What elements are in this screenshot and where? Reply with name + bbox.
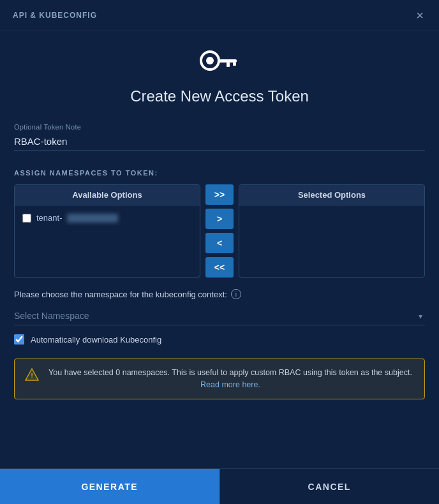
svg-rect-2 bbox=[218, 59, 237, 63]
namespace-checkbox[interactable] bbox=[22, 214, 31, 223]
warning-box: ! You have selected 0 namespaces. This i… bbox=[14, 359, 425, 399]
namespace-select-wrapper: Select Namespace ▾ bbox=[14, 307, 425, 325]
namespace-select[interactable]: Select Namespace bbox=[14, 307, 425, 325]
selected-options-box: Selected Options bbox=[239, 184, 425, 278]
svg-text:!: ! bbox=[31, 372, 33, 380]
kubeconfig-context-section: Please choose the namespace for the kube… bbox=[14, 289, 425, 345]
modal-footer: GENERATE CANCEL bbox=[0, 468, 439, 504]
key-icon bbox=[197, 47, 242, 77]
move-left-button[interactable]: < bbox=[205, 233, 234, 253]
namespace-label: tenant- bbox=[36, 213, 62, 223]
svg-point-1 bbox=[206, 57, 214, 64]
auto-download-row: Automatically download Kubeconfig bbox=[14, 334, 425, 345]
namespace-section-label: ASSIGN NAMESPACES TO TOKEN: bbox=[14, 169, 425, 177]
warning-text: You have selected 0 namespaces. This is … bbox=[47, 367, 414, 391]
namespace-controls: >> > < << bbox=[200, 184, 239, 278]
move-all-right-button[interactable]: >> bbox=[205, 184, 234, 205]
context-label-text: Please choose the namespace for the kube… bbox=[14, 290, 227, 299]
namespace-section: ASSIGN NAMESPACES TO TOKEN: Available Op… bbox=[14, 169, 425, 278]
token-note-label: Optional Token Note bbox=[14, 123, 425, 131]
move-right-button[interactable]: > bbox=[205, 209, 234, 229]
namespace-blurred bbox=[67, 214, 118, 223]
available-options-header: Available Options bbox=[15, 185, 200, 205]
selected-options-header: Selected Options bbox=[239, 185, 424, 205]
available-options-box: Available Options tenant- bbox=[14, 184, 200, 278]
available-options-content: tenant- bbox=[15, 205, 200, 230]
auto-download-checkbox[interactable] bbox=[14, 334, 24, 345]
modal-header-title: API & KUBECONFIG bbox=[13, 11, 97, 20]
warning-icon: ! bbox=[25, 367, 39, 382]
modal-body: Create New Access Token Optional Token N… bbox=[0, 31, 439, 468]
svg-rect-4 bbox=[233, 63, 236, 66]
warning-link[interactable]: Read more here. bbox=[200, 380, 260, 389]
modal-header: API & KUBECONFIG × bbox=[0, 0, 439, 31]
auto-download-label[interactable]: Automatically download Kubeconfig bbox=[31, 335, 161, 345]
close-button[interactable]: × bbox=[413, 9, 426, 22]
cancel-button[interactable]: CANCEL bbox=[220, 469, 440, 504]
info-icon[interactable]: i bbox=[231, 289, 241, 299]
namespace-item[interactable]: tenant- bbox=[21, 211, 193, 225]
selected-options-content bbox=[239, 205, 424, 216]
namespace-selector: Available Options tenant- >> > < << bbox=[14, 184, 425, 278]
context-label-row: Please choose the namespace for the kube… bbox=[14, 289, 425, 299]
modal-title: Create New Access Token bbox=[130, 87, 309, 105]
warning-message: You have selected 0 namespaces. This is … bbox=[48, 368, 412, 377]
modal-container: API & KUBECONFIG × Create New Access Tok… bbox=[0, 0, 439, 504]
token-note-input[interactable] bbox=[14, 133, 425, 151]
move-all-left-button[interactable]: << bbox=[205, 257, 234, 278]
token-note-section: Optional Token Note bbox=[14, 123, 425, 151]
generate-button[interactable]: GENERATE bbox=[0, 469, 220, 504]
svg-rect-3 bbox=[227, 63, 230, 67]
